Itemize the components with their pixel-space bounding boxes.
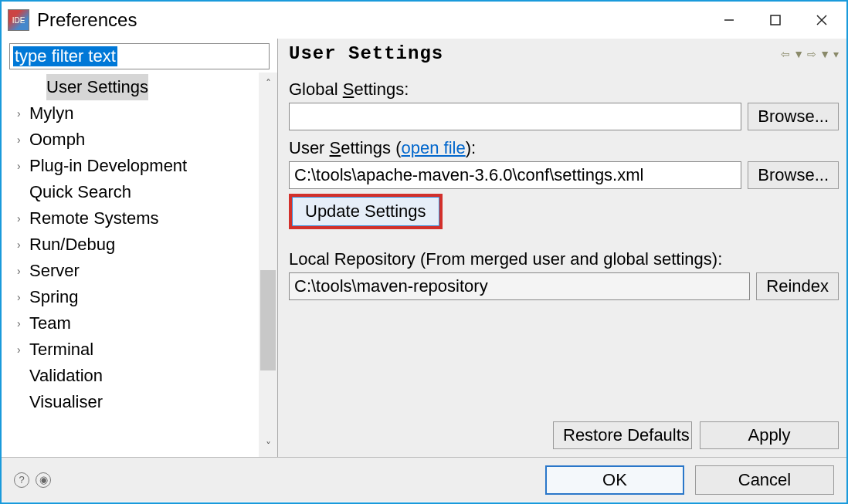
app-icon: IDE	[8, 9, 29, 31]
settings-form: Global Settings: Browse... User Settings…	[289, 72, 839, 300]
settings-page: User Settings ⇦ ▼ ⇨ ▼ ▾ Global Settings:…	[278, 39, 846, 457]
close-button[interactable]	[799, 3, 845, 37]
tree-item-label: Spring	[29, 284, 79, 310]
tree-item-terminal[interactable]: ›Terminal	[8, 337, 277, 363]
filter-text-selection: type filter text	[13, 46, 117, 66]
expand-icon[interactable]: ›	[17, 127, 29, 153]
expand-icon[interactable]: ›	[17, 258, 29, 284]
tree-item-team[interactable]: ›Team	[8, 310, 277, 337]
forward-icon[interactable]: ⇨	[807, 48, 816, 60]
open-file-link[interactable]: open file	[402, 138, 466, 157]
expand-icon[interactable]: ›	[17, 284, 29, 310]
tree-item-label: Remote Systems	[29, 205, 159, 232]
apply-button[interactable]: Apply	[700, 421, 839, 449]
expand-icon[interactable]: ›	[17, 232, 29, 258]
import-export-icon[interactable]: ◉	[36, 472, 51, 488]
footer-icons: ? ◉	[14, 472, 51, 488]
tree-item-plug-in-development[interactable]: ›Plug-in Development	[8, 153, 277, 179]
svg-rect-1	[771, 15, 780, 25]
reindex-button[interactable]: Reindex	[756, 272, 839, 300]
sidebar: type filter text User Settings›Mylyn›Oom…	[2, 39, 278, 457]
window-title: Preferences	[37, 9, 706, 31]
tree-item-label: Team	[29, 310, 71, 337]
view-menu-icon[interactable]: ▾	[833, 48, 839, 60]
expand-icon[interactable]: ›	[17, 310, 29, 337]
update-settings-button[interactable]: Update Settings	[292, 197, 439, 226]
page-title: User Settings	[289, 43, 781, 64]
preference-tree[interactable]: User Settings›Mylyn›Oomph›Plug-in Develo…	[2, 73, 277, 457]
browse-global-button[interactable]: Browse...	[748, 103, 839, 130]
expand-icon[interactable]: ›	[17, 153, 29, 179]
tree-item-label: Server	[29, 258, 80, 284]
tree-item-visualiser[interactable]: Visualiser	[8, 389, 277, 415]
help-icon[interactable]: ?	[14, 472, 29, 488]
browse-user-button[interactable]: Browse...	[748, 161, 839, 189]
window-controls	[706, 3, 845, 37]
tree-item-label: Oomph	[29, 127, 85, 153]
user-settings-input[interactable]	[289, 161, 741, 189]
back-icon[interactable]: ⇦	[781, 48, 790, 60]
tree-item-label: User Settings	[46, 74, 148, 100]
filter-input[interactable]: type filter text	[9, 43, 270, 69]
tree-item-mylyn[interactable]: ›Mylyn	[8, 100, 277, 127]
tree-item-run-debug[interactable]: ›Run/Debug	[8, 232, 277, 258]
local-repo-label: Local Repository (From merged user and g…	[289, 249, 839, 269]
global-settings-label: Global Settings:	[289, 79, 839, 100]
tree-item-quick-search[interactable]: Quick Search	[8, 179, 277, 205]
tree-item-label: Mylyn	[29, 100, 73, 127]
expand-icon[interactable]: ›	[17, 205, 29, 232]
maximize-button[interactable]	[752, 3, 799, 37]
titlebar: IDE Preferences	[2, 2, 846, 39]
workarea: type filter text User Settings›Mylyn›Oom…	[2, 39, 846, 457]
back-menu-icon[interactable]: ▼	[793, 48, 804, 60]
user-settings-label: User Settings (open file):	[289, 138, 839, 158]
tree-item-server[interactable]: ›Server	[8, 258, 277, 284]
header-nav-controls: ⇦ ▼ ⇨ ▼ ▾	[781, 48, 839, 60]
spacer	[289, 300, 839, 421]
page-header: User Settings ⇦ ▼ ⇨ ▼ ▾	[289, 43, 839, 64]
forward-menu-icon[interactable]: ▼	[819, 48, 830, 60]
dialog-footer: ? ◉ OK Cancel	[2, 457, 846, 502]
tree-item-spring[interactable]: ›Spring	[8, 284, 277, 310]
ok-button[interactable]: OK	[545, 465, 684, 495]
scroll-up-icon[interactable]: ˄	[266, 73, 271, 94]
scroll-thumb[interactable]	[260, 270, 276, 370]
restore-defaults-button[interactable]: Restore Defaults	[553, 421, 692, 449]
update-settings-highlight: Update Settings	[289, 194, 443, 229]
tree-item-remote-systems[interactable]: ›Remote Systems	[8, 205, 277, 232]
tree-item-user-settings[interactable]: User Settings	[8, 74, 277, 100]
scrollbar[interactable]: ˄ ˅	[259, 73, 277, 457]
global-settings-input[interactable]	[289, 103, 741, 130]
tree-item-label: Plug-in Development	[29, 153, 187, 179]
page-button-row: Restore Defaults Apply	[289, 421, 839, 451]
tree-item-label: Validation	[29, 363, 103, 389]
tree-item-oomph[interactable]: ›Oomph	[8, 127, 277, 153]
scroll-down-icon[interactable]: ˅	[266, 435, 271, 457]
expand-icon[interactable]: ›	[17, 100, 29, 127]
local-repo-input	[289, 272, 750, 300]
tree-item-label: Quick Search	[29, 179, 131, 205]
tree-item-label: Run/Debug	[29, 232, 115, 258]
minimize-button[interactable]	[706, 3, 752, 37]
tree-container: User Settings›Mylyn›Oomph›Plug-in Develo…	[2, 73, 277, 457]
tree-item-validation[interactable]: Validation	[8, 363, 277, 389]
tree-item-label: Visualiser	[29, 389, 103, 415]
cancel-button[interactable]: Cancel	[695, 465, 834, 495]
expand-icon[interactable]: ›	[17, 337, 29, 363]
tree-item-label: Terminal	[29, 337, 93, 363]
